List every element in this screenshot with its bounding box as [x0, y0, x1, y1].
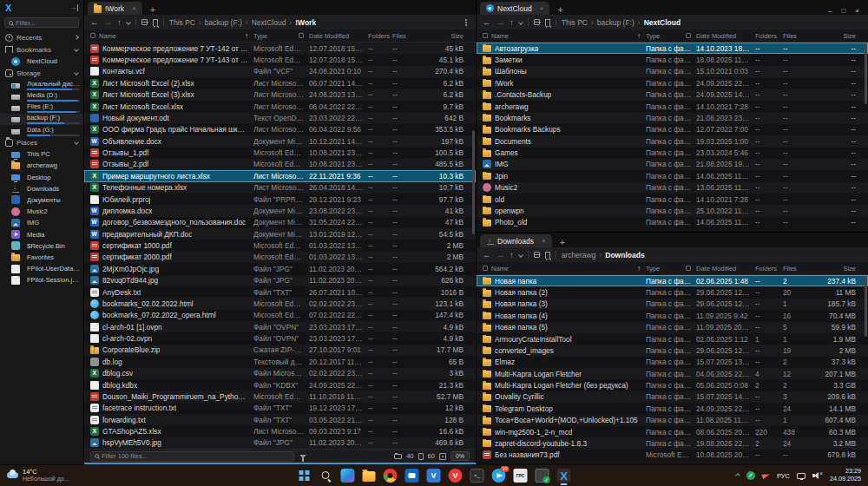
file-row[interactable]: Новая папка (3)Папка с файлами29.06.2025… [477, 299, 868, 310]
breadcrumb-item[interactable]: Downloads [605, 251, 644, 259]
sidebar-item[interactable]: Data (G:) [0, 125, 83, 136]
clock[interactable]: 23:29 24.09.2025 [830, 468, 861, 483]
archive-icon[interactable] [534, 19, 540, 25]
sidebar-item[interactable]: Music2 [0, 206, 83, 217]
file-row[interactable]: cl-arch-02.ovpnФайл "OVPN"23.03.2023 17:… [84, 332, 476, 344]
file-row[interactable]: .Contacts-BackupПапка с файлами24.09.202… [477, 89, 868, 101]
telegram-icon[interactable]: 10 [492, 469, 506, 483]
file-row[interactable]: Новая папка (2)Папка с файлами29.06.2025… [477, 286, 868, 298]
tab-close-icon[interactable]: × [132, 4, 136, 12]
photos-icon[interactable] [341, 469, 355, 483]
file-row[interactable]: Отзывы_2.pdfMicrosoft Edge PDF Document1… [84, 159, 476, 170]
file-row[interactable]: ООО фирма Градъ прайс Начальная школа от… [84, 124, 476, 135]
up-button[interactable]: ↑ [117, 17, 122, 27]
file-row[interactable]: Новый документ.odtТекст OpenDocument23.0… [84, 112, 476, 123]
minimize-button[interactable]: – [828, 7, 832, 15]
up-button[interactable]: ↑ [510, 17, 514, 27]
breadcrumb-item[interactable]: NextCloud [252, 18, 286, 27]
column-date[interactable]: Date Modified [696, 265, 755, 273]
file-row[interactable]: hspVyMEh5V0.jpgФайл "JPG"11.02.2023 20:1… [84, 437, 476, 449]
breadcrumb-item[interactable]: archerawg [562, 251, 596, 259]
bookmark-icon[interactable] [153, 19, 158, 26]
archive-icon[interactable] [141, 19, 148, 25]
sidebar-item[interactable]: FPilot-Session.json [0, 274, 83, 286]
file-row[interactable]: АвтозагрузкаПапка с файлами14.10.2023 18… [477, 43, 868, 54]
file-row[interactable]: Music2Папка с файлами13.06.2025 11:41---… [477, 182, 868, 194]
filter-icon[interactable] [299, 455, 306, 458]
file-row[interactable]: Коммерческое предложение 7 УТ-143 от 12.… [84, 54, 476, 65]
vivaldi-icon[interactable] [449, 469, 463, 483]
file-row[interactable]: Telegram DesktopПапка с файлами24.09.202… [477, 403, 868, 414]
browser-icon[interactable] [384, 469, 398, 483]
column-type[interactable]: Type [646, 32, 696, 40]
files-icon[interactable] [557, 469, 571, 483]
file-row[interactable]: Коммерческое предложение 7 УТ-142 от 12.… [84, 43, 476, 54]
file-row[interactable]: GamesПапка с файлами23.03.2024 5:46-----… [477, 147, 868, 158]
file-row[interactable]: Юбилей.prprojФайл "PRPROJ"29.12.2021 9:2… [84, 194, 476, 205]
file-row[interactable]: dblog.kdbxФайл "KDBX"24.09.2025 22:16---… [84, 379, 476, 391]
bookmark-icon[interactable] [545, 252, 550, 259]
file-row[interactable]: Без названия73.pdfMicrosoft Edge PDF Doc… [477, 450, 868, 461]
more-options-icon[interactable] [465, 22, 467, 23]
sidebar-item[interactable]: backup (F:) [0, 114, 83, 125]
file-row[interactable]: forwarding.txtФайл "TXT"03.05.2022 21:23… [84, 414, 476, 425]
file-row[interactable]: cl-arch-01 [1].ovpnФайл "OVPN"23.03.2023… [84, 321, 476, 332]
forward-button[interactable]: → [496, 250, 505, 259]
sidebar-item[interactable]: archerawg [0, 160, 83, 171]
vshield-icon[interactable] [427, 469, 441, 483]
file-row[interactable]: ArmouryCrateInstallToolПапка с файлами02… [477, 333, 868, 345]
file-row[interactable]: Пример маршрутного листа.xlsxЛист Micros… [84, 170, 476, 181]
file-row[interactable]: JpinПапка с файлами14.06.2025 11:39-----… [477, 170, 868, 181]
file-row[interactable]: Новая папка (4)Папка с файлами11.09.2025… [477, 310, 868, 321]
select-all-checkbox[interactable] [483, 33, 488, 38]
file-row[interactable]: Объявление.docxДокумент Microsoft Word10… [84, 135, 476, 147]
start-icon[interactable] [298, 469, 312, 483]
column-date[interactable]: Date Modified [696, 32, 755, 40]
file-row[interactable]: 2MjXm0JpOjc.jpgФайл "JPG"11.02.2023 20:0… [84, 263, 476, 274]
column-size[interactable]: Size [814, 32, 861, 40]
file-row[interactable]: oldПапка с файлами14.10.2021 7:28------ [477, 194, 868, 205]
file-row[interactable]: IMGПапка с файлами21.08.2025 19:19------ [477, 159, 868, 170]
file-row[interactable]: win-mg2500-1_2-n_mcdПапка с файлами08.06… [477, 426, 868, 437]
retro-icon[interactable] [514, 469, 528, 483]
file-row[interactable]: zapret-discord-youtube-1.8.3Папка с файл… [477, 437, 868, 449]
sidebar-section-bookmarks[interactable]: Bookmarks [0, 43, 83, 56]
file-row[interactable]: ЗаметкиПапка с файлами18.08.2025 11:14--… [477, 54, 868, 65]
sidebar-item[interactable]: NextCloud [0, 56, 83, 67]
file-row[interactable]: AnyDesk.txtФайл "TXT"26.07.2021 10:02---… [84, 286, 476, 298]
column-files[interactable]: Files [783, 32, 814, 40]
breadcrumb-item[interactable]: This PC [562, 18, 588, 27]
collapse-sidebar-icon[interactable]: → [69, 4, 78, 11]
column-type[interactable]: Type [253, 32, 309, 40]
select-all-checkbox[interactable] [483, 266, 488, 271]
file-row[interactable]: Лист Microsoft Excel (3).xlsxЛист Micros… [84, 89, 476, 101]
new-tab-button[interactable]: + [560, 238, 565, 247]
column-folders[interactable]: Folders [755, 265, 783, 273]
new-tab-button[interactable]: + [557, 5, 562, 15]
volume-muted-icon[interactable] [812, 472, 823, 479]
sidebar-item[interactable]: FPilot-UserData.json [0, 263, 83, 274]
sidebar-item[interactable]: Локальный диск (C:) [0, 79, 83, 90]
file-row[interactable]: Photo_oldПапка с файлами14.06.2025 11:42… [477, 217, 868, 228]
file-row[interactable]: archerawgПапка с файлами14.10.2021 7:28-… [477, 101, 868, 112]
forward-button[interactable]: → [496, 17, 505, 27]
file-row[interactable]: Лист Microsoft Excel.xlsxЛист Microsoft … [84, 101, 476, 112]
close-button[interactable]: × [855, 7, 859, 15]
file-filter-input[interactable] [102, 452, 290, 460]
tab-work[interactable]: !Work × [88, 2, 142, 15]
file-row[interactable]: CorporateBlue.zipСжатая ZIP-папка27.10.2… [84, 345, 476, 356]
remote-icon[interactable] [536, 469, 549, 483]
back-button[interactable]: ← [90, 17, 99, 27]
scrollbar[interactable] [472, 130, 475, 234]
file-row[interactable]: facetrace instruction.txtФайл "TXT"19.12… [84, 403, 476, 414]
column-name[interactable]: Name ↑ [483, 32, 646, 40]
history-dropdown-icon[interactable] [126, 20, 131, 25]
bookmark-icon[interactable] [545, 19, 550, 26]
file-row[interactable]: Новая папка (5)Папка с файлами11.09.2025… [477, 322, 868, 333]
file-filter[interactable] [90, 451, 294, 462]
store-icon[interactable] [405, 469, 419, 483]
column-type[interactable]: Type [646, 265, 696, 273]
file-row[interactable]: ШаблоныПапка с файлами15.10.2021 0:03---… [477, 66, 868, 77]
sidebar-section-storage[interactable]: Storage [0, 67, 83, 79]
file-row[interactable]: Douson_Maiki_Programmiruem_na_Python._Re… [84, 391, 476, 402]
